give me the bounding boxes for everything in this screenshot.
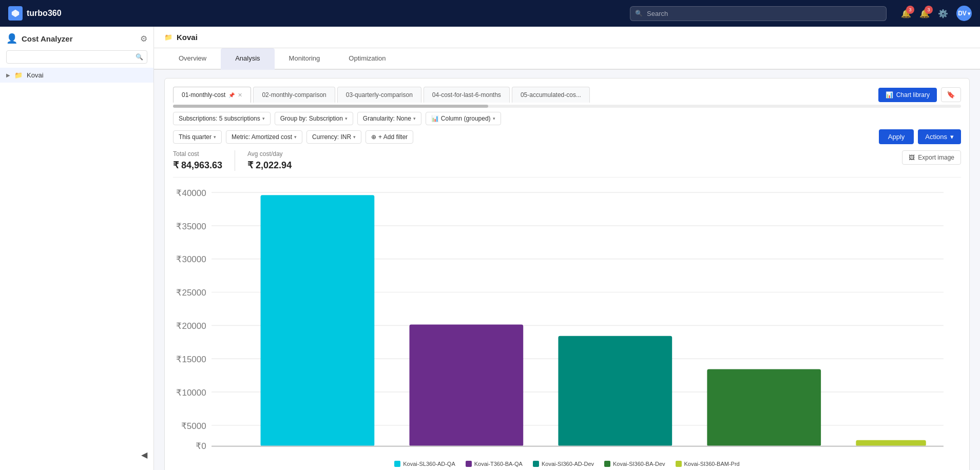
scroll-thumb — [173, 105, 488, 108]
actions-button[interactable]: Actions ▾ — [918, 129, 961, 144]
chart-type-filter[interactable]: 📊 Column (grouped) ▾ — [426, 112, 501, 125]
search-input[interactable] — [630, 6, 887, 21]
tab-optimization[interactable]: Optimization — [334, 48, 400, 70]
tab-monitoring[interactable]: Monitoring — [275, 48, 335, 70]
legend-label-2: Kovai-SI360-AD-Dev — [542, 461, 594, 467]
app-logo[interactable]: turbo360 — [8, 6, 62, 21]
svg-text:₹10000: ₹10000 — [176, 388, 206, 398]
chart-tab-label: 05-accumulated-cos... — [521, 91, 581, 99]
svg-text:₹35000: ₹35000 — [176, 222, 206, 231]
chart-tab-05[interactable]: 05-accumulated-cos... — [512, 87, 590, 103]
legend-item-4: Kovai-SI360-BAM-Prd — [676, 461, 740, 467]
bar-chart: ₹40000 ₹35000 ₹30000 ₹25000 ₹20000 ₹1500… — [173, 184, 961, 455]
chevron-down-icon: ▾ — [968, 11, 970, 16]
search-icon: 🔍 — [635, 10, 643, 17]
main-content: 📁 Kovai Overview Analysis Monitoring Opt… — [154, 27, 980, 470]
legend-color-3 — [604, 461, 610, 467]
svg-text:₹0: ₹0 — [196, 441, 206, 451]
svg-text:₹25000: ₹25000 — [176, 288, 206, 298]
chart-library-button[interactable]: 📊 Chart library — [878, 88, 937, 102]
breadcrumb: Kovai — [177, 33, 198, 42]
avg-cost-value: ₹ 2,022.94 — [247, 160, 292, 171]
add-filter-button[interactable]: ⊕ + Add filter — [366, 130, 413, 144]
chevron-down-icon: ▾ — [214, 134, 216, 140]
sidebar-item-label: Kovai — [27, 71, 44, 79]
settings-button[interactable]: ⚙️ — [938, 9, 948, 18]
legend-color-4 — [676, 461, 682, 467]
avg-cost-label: Avg cost/day — [247, 150, 292, 158]
bookmark-button[interactable]: 🔖 — [941, 87, 961, 102]
gear-icon: ⚙️ — [938, 9, 948, 18]
chart-tab-label: 03-quarterly-comparison — [346, 91, 413, 99]
chart-tab-01[interactable]: 01-monthly-cost 📌 ✕ — [173, 87, 251, 103]
date-range-filter[interactable]: This quarter ▾ — [173, 130, 222, 144]
chevron-down-icon: ▾ — [950, 133, 954, 141]
filters-row-1: Subscriptions: 5 subscriptions ▾ Group b… — [173, 112, 961, 125]
chart-legend: Kovai-SL360-AD-QA Kovai-T360-BA-QA Kovai… — [173, 461, 961, 467]
sidebar-settings-button[interactable]: ⚙ — [140, 34, 147, 44]
svg-rect-19 — [261, 195, 375, 446]
navbar-icons: 🔔 3 🔔 3 ⚙️ DV ▾ — [901, 6, 972, 21]
alerts-badge: 3 — [925, 6, 933, 14]
sidebar-title-text: Cost Analyzer — [22, 34, 72, 43]
subscriptions-filter[interactable]: Subscriptions: 5 subscriptions ▾ — [173, 112, 271, 125]
user-initials: DV — [958, 10, 967, 17]
chevron-down-icon: ▾ — [262, 116, 265, 121]
legend-label-1: Kovai-T360-BA-QA — [474, 461, 523, 467]
chart-tab-label: 02-monthly-comparison — [262, 91, 326, 99]
chart-tab-02[interactable]: 02-monthly-comparison — [253, 87, 335, 103]
user-avatar[interactable]: DV ▾ — [956, 6, 972, 21]
filter-icon: ⊕ — [371, 133, 376, 141]
tab-overview[interactable]: Overview — [164, 48, 221, 70]
svg-rect-20 — [410, 325, 524, 446]
chevron-down-icon: ▾ — [294, 134, 297, 140]
svg-marker-0 — [12, 10, 19, 17]
tab-scrollbar[interactable] — [173, 105, 961, 108]
close-tab-button[interactable]: ✕ — [238, 92, 242, 99]
legend-label-0: Kovai-SL360-AD-QA — [403, 461, 455, 467]
chart-tab-03[interactable]: 03-quarterly-comparison — [337, 87, 421, 103]
alerts-button[interactable]: 🔔 3 — [919, 9, 930, 18]
sidebar-collapse-button[interactable]: ◀ — [0, 446, 153, 464]
folder-icon: 📁 — [14, 71, 23, 79]
notifications-badge: 3 — [906, 6, 914, 14]
chart-tab-label: 01-monthly-cost — [182, 91, 225, 99]
sidebar-search-input[interactable] — [6, 50, 147, 64]
svg-text:₹15000: ₹15000 — [176, 355, 206, 364]
apply-button[interactable]: Apply — [879, 129, 914, 144]
notifications-button[interactable]: 🔔 3 — [901, 9, 911, 18]
chart-tab-04[interactable]: 04-cost-for-last-6-months — [424, 87, 510, 103]
layout: 👤 Cost Analyzer ⚙ 🔍 ▶ 📁 Kovai ◀ 📁 Kovai — [0, 27, 980, 470]
sidebar-search-icon: 🔍 — [136, 53, 143, 61]
metric-filter[interactable]: Metric: Amortized cost ▾ — [226, 130, 302, 144]
chevron-down-icon: ▾ — [413, 116, 416, 121]
svg-rect-22 — [707, 369, 821, 446]
export-image-button[interactable]: 🖼 Export image — [902, 150, 961, 165]
chevron-down-icon: ▾ — [493, 116, 495, 121]
legend-label-3: Kovai-SI360-BA-Dev — [613, 461, 665, 467]
currency-filter[interactable]: Currency: INR ▾ — [306, 130, 361, 144]
sidebar-title: 👤 Cost Analyzer — [6, 33, 72, 44]
granularity-filter[interactable]: Granularity: None ▾ — [357, 112, 421, 125]
total-cost-value: ₹ 84,963.63 — [173, 160, 222, 171]
total-cost-stat: Total cost ₹ 84,963.63 — [173, 150, 235, 171]
sidebar-item-kovai[interactable]: ▶ 📁 Kovai — [0, 68, 153, 83]
chevron-down-icon: ▾ — [353, 134, 356, 140]
tab-analysis[interactable]: Analysis — [221, 48, 274, 70]
svg-text:₹5000: ₹5000 — [181, 421, 206, 431]
main-header: 📁 Kovai — [154, 27, 980, 48]
stats-row: Total cost ₹ 84,963.63 Avg cost/day ₹ 2,… — [173, 150, 961, 178]
bookmark-icon: 🔖 — [947, 91, 955, 99]
chart-tabs: 01-monthly-cost 📌 ✕ 02-monthly-compariso… — [173, 87, 878, 103]
avg-cost-stat: Avg cost/day ₹ 2,022.94 — [235, 150, 304, 171]
chart-tab-label: 04-cost-for-last-6-months — [432, 91, 501, 99]
main-tabs: Overview Analysis Monitoring Optimizatio… — [154, 48, 980, 70]
pin-icon: 📌 — [228, 92, 235, 98]
logo-icon — [8, 6, 23, 21]
group-by-filter[interactable]: Group by: Subscription ▾ — [275, 112, 353, 125]
content-area: 01-monthly-cost 📌 ✕ 02-monthly-compariso… — [154, 70, 980, 470]
legend-item-1: Kovai-T360-BA-QA — [466, 461, 523, 467]
sidebar-header: 👤 Cost Analyzer ⚙ — [0, 33, 153, 50]
cost-analyzer-icon: 👤 — [6, 33, 17, 44]
chart-type-icon: 📊 — [431, 115, 439, 122]
